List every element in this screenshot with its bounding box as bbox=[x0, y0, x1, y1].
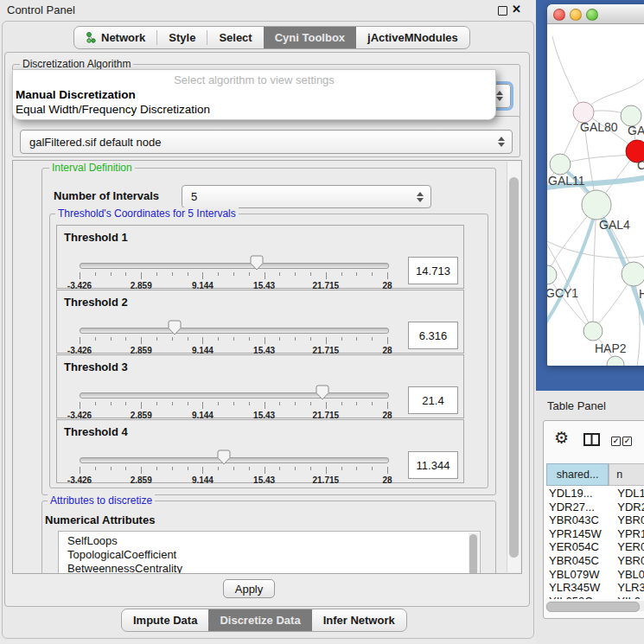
scrollbar-thumb[interactable] bbox=[509, 177, 519, 558]
combo-stepper-icon[interactable] bbox=[496, 91, 503, 101]
attributes-list[interactable]: SelfLoopsTopologicalCoefficientBetweenne… bbox=[58, 531, 481, 574]
tab-impute-data[interactable]: Impute Data bbox=[122, 609, 208, 631]
combo-stepper-icon[interactable] bbox=[498, 137, 505, 147]
network-edge[interactable] bbox=[547, 239, 644, 258]
tab-label: Impute Data bbox=[133, 614, 197, 627]
table-cell[interactable]: YBL079W bbox=[544, 568, 609, 582]
table-cell[interactable]: YLR345W bbox=[544, 581, 609, 595]
table-cell[interactable]: YER0 bbox=[609, 540, 644, 554]
checkbox-icon[interactable]: ✓ bbox=[622, 437, 632, 446]
threshold-slider[interactable]: -3.4262.8599.14415.4321.71528 bbox=[80, 446, 387, 481]
slider-tick bbox=[295, 467, 296, 470]
slider-ticks bbox=[80, 272, 387, 280]
threshold-value-field[interactable] bbox=[408, 386, 458, 414]
split-columns-icon[interactable] bbox=[583, 433, 600, 450]
table-cell[interactable]: YDL19... bbox=[544, 487, 609, 501]
attribute-list-item[interactable]: SelfLoops bbox=[59, 534, 480, 548]
table-row[interactable]: YPR145WYPR1 bbox=[544, 527, 644, 541]
threshold-slider[interactable]: -3.4262.8599.14415.4321.71528 bbox=[80, 381, 387, 416]
network-node[interactable] bbox=[583, 322, 603, 341]
algorithm-option[interactable]: Equal Width/Frequency Discretization bbox=[13, 102, 495, 117]
table-row[interactable]: YBR043CYBR0 bbox=[544, 513, 644, 527]
tab-style[interactable]: Style bbox=[157, 27, 207, 48]
table-row[interactable]: YBL079WYBL0 bbox=[544, 568, 644, 582]
network-node[interactable] bbox=[622, 262, 644, 286]
network-node[interactable] bbox=[547, 265, 557, 284]
table-cell[interactable]: YIL052C bbox=[544, 595, 609, 599]
close-traffic-light-icon[interactable] bbox=[553, 9, 565, 21]
num-intervals-combobox[interactable]: 5 bbox=[182, 185, 431, 208]
scrollbar-thumb[interactable] bbox=[546, 602, 640, 612]
attributes-list-scrollbar[interactable] bbox=[469, 532, 479, 574]
slider-thumb[interactable] bbox=[168, 320, 182, 335]
float-window-icon[interactable] bbox=[498, 6, 507, 16]
table-cell[interactable]: YDR27... bbox=[544, 501, 609, 514]
column-header-name[interactable]: n bbox=[609, 463, 644, 486]
table-row[interactable]: YBR045CYBR0 bbox=[544, 554, 644, 568]
minimize-traffic-light-icon[interactable] bbox=[570, 9, 582, 21]
gear-icon[interactable]: ⚙ bbox=[554, 430, 569, 446]
slider-thumb[interactable] bbox=[316, 385, 329, 400]
slider-track[interactable] bbox=[80, 263, 389, 269]
algorithm-option[interactable]: Manual Discretization bbox=[13, 87, 495, 102]
table-row[interactable]: YLR345WYLR3 bbox=[544, 581, 644, 595]
network-edge[interactable] bbox=[552, 36, 583, 112]
network-edge[interactable] bbox=[547, 275, 593, 331]
table-row[interactable]: YDR27...YDR2 bbox=[544, 501, 644, 514]
slider-track[interactable] bbox=[80, 457, 389, 463]
slider-track[interactable] bbox=[80, 392, 389, 399]
slider-track[interactable] bbox=[80, 328, 389, 334]
tab-discretize-data[interactable]: Discretize Data bbox=[208, 609, 311, 631]
table-cell[interactable]: YBR0 bbox=[609, 554, 644, 568]
node-table: ⚙ ✓ ✓ shared... n YDL19...YDL1YDR27...YD… bbox=[543, 420, 644, 619]
table-cell[interactable]: YBR0 bbox=[609, 513, 644, 527]
tab-infer-network[interactable]: Infer Network bbox=[312, 609, 406, 631]
network-edge[interactable] bbox=[593, 205, 596, 331]
apply-button[interactable]: Apply bbox=[223, 579, 275, 598]
slider-thumb[interactable] bbox=[250, 255, 264, 271]
threshold-slider[interactable]: -3.4262.8599.14415.4321.71528 bbox=[80, 252, 387, 286]
column-header-shared-name[interactable]: shared... bbox=[546, 463, 609, 486]
table-cell[interactable]: YIL0 bbox=[609, 595, 644, 599]
network-node[interactable] bbox=[550, 154, 571, 175]
attribute-list-item[interactable]: BetweennessCentrality bbox=[59, 562, 480, 574]
table-data-combobox[interactable]: galFiltered.sif default node bbox=[20, 130, 513, 154]
threshold-value-field[interactable] bbox=[408, 257, 458, 284]
table-cell[interactable]: YPR1 bbox=[609, 527, 644, 541]
slider-tick bbox=[172, 337, 173, 341]
table-cell[interactable]: YBL0 bbox=[609, 568, 644, 582]
tab-label: Select bbox=[219, 31, 252, 44]
network-canvas[interactable]: GAL80GACGAL11GAL4GCY1HHAP2 bbox=[547, 24, 644, 366]
table-cell[interactable]: YBR043C bbox=[544, 513, 609, 527]
close-icon[interactable]: ✕ bbox=[512, 3, 521, 16]
slider-tick bbox=[387, 272, 388, 279]
table-horizontal-scrollbar[interactable] bbox=[545, 601, 644, 611]
table-cell[interactable]: YDR2 bbox=[609, 501, 644, 514]
table-row[interactable]: YER054CYER0 bbox=[544, 540, 644, 554]
threshold-slider[interactable]: -3.4262.8599.14415.4321.71528 bbox=[80, 316, 387, 351]
table-cell[interactable]: YPR145W bbox=[544, 527, 609, 541]
table-row[interactable]: YDL19...YDL1 bbox=[544, 487, 644, 501]
threshold-value-field[interactable] bbox=[408, 451, 458, 479]
zoom-traffic-light-icon[interactable] bbox=[586, 9, 598, 21]
slider-tick bbox=[156, 337, 157, 341]
tab-cyni-toolbox[interactable]: Cyni Toolbox bbox=[264, 27, 356, 48]
attribute-list-item[interactable]: TopologicalCoefficient bbox=[59, 548, 480, 562]
table-cell[interactable]: YER054C bbox=[544, 540, 609, 554]
combo-stepper-icon[interactable] bbox=[417, 192, 424, 202]
table-cell[interactable]: YLR3 bbox=[609, 581, 644, 595]
network-node-label: GAL4 bbox=[599, 218, 630, 232]
tab-select[interactable]: Select bbox=[207, 27, 263, 48]
threshold-value-field[interactable] bbox=[408, 322, 458, 349]
slider-tick-labels: -3.4262.8599.14415.4321.71528 bbox=[80, 475, 387, 486]
checkbox-icon[interactable]: ✓ bbox=[611, 437, 621, 446]
slider-thumb[interactable] bbox=[217, 450, 231, 465]
table-cell[interactable]: YDL1 bbox=[609, 487, 644, 501]
network-node[interactable] bbox=[607, 356, 624, 366]
network-node[interactable] bbox=[582, 190, 611, 220]
table-row[interactable]: YIL052CYIL0 bbox=[544, 595, 644, 599]
table-cell[interactable]: YBR045C bbox=[544, 554, 609, 568]
tab-jactivemnodules[interactable]: jActiveMNodules bbox=[356, 27, 469, 48]
settings-vertical-scrollbar[interactable] bbox=[507, 162, 520, 572]
tab-network[interactable]: Network bbox=[74, 27, 156, 48]
